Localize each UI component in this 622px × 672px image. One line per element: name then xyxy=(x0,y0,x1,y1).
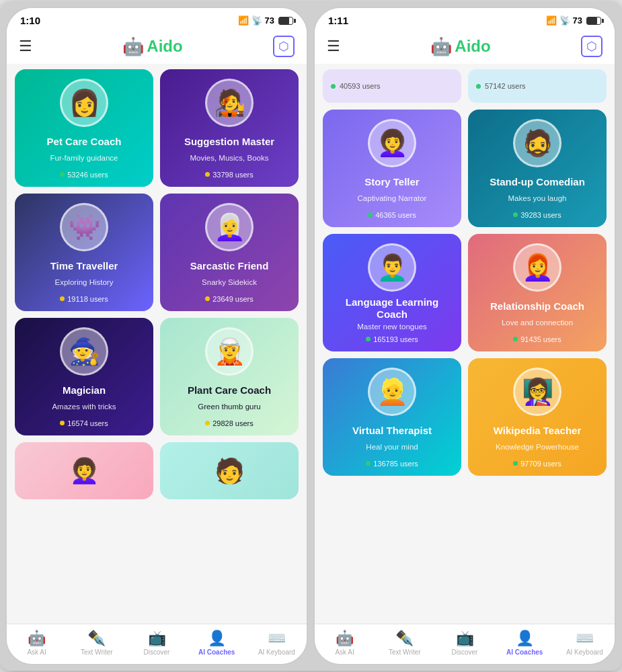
status-bar-right: 1:11 📶 📡 73 xyxy=(315,8,615,30)
coach-desc-time: Exploring History xyxy=(55,278,114,286)
nav-ai-coaches-label-right: AI Coaches xyxy=(506,648,543,656)
top-partial-card-1: 40593 users xyxy=(323,69,461,103)
nav-text-writer-icon-left: ✒️ xyxy=(87,630,106,647)
nav-ai-keyboard-label-right: AI Keyboard xyxy=(566,648,603,656)
nav-ask-ai-icon-left: 🤖 xyxy=(28,630,46,647)
coach-name-therapist: Virtual Therapist xyxy=(352,425,432,437)
coach-desc-suggestion: Movies, Musics, Books xyxy=(190,154,269,162)
top-partial-right: 40593 users 57142 users xyxy=(323,69,607,103)
nav-ai-keyboard-left[interactable]: ⌨️ AI Keyboard xyxy=(247,630,307,656)
coach-name-comedian: Stand-up Comedian xyxy=(490,176,585,188)
logo-right: 🤖 Aido xyxy=(430,36,490,57)
coach-card-sarcastic[interactable]: 👩‍🦳 Sarcastic Friend Snarky Sidekick 236… xyxy=(160,194,299,311)
dot-sarcastic xyxy=(205,296,210,301)
partial-row-left: 👩‍🦱 🧑 xyxy=(15,442,299,499)
nav-ask-ai-left[interactable]: 🤖 Ask AI xyxy=(7,630,67,656)
coach-avatar-language: 👨‍🦱 xyxy=(368,243,416,292)
menu-button-left[interactable]: ☰ xyxy=(19,38,32,55)
coach-card-suggestion[interactable]: 🧑‍🎤 Suggestion Master Movies, Musics, Bo… xyxy=(160,69,299,187)
nav-discover-icon-left: 📺 xyxy=(148,630,166,647)
nav-ask-ai-label-right: Ask AI xyxy=(335,648,354,656)
nav-text-writer-left[interactable]: ✒️ Text Writer xyxy=(67,630,126,656)
signal-icon: 📶 xyxy=(238,15,249,26)
nav-text-writer-right[interactable]: ✒️ Text Writer xyxy=(375,630,434,656)
status-icons-right: 📶 📡 73 xyxy=(546,15,601,26)
nav-ai-keyboard-right[interactable]: ⌨️ AI Keyboard xyxy=(555,630,615,656)
top-users-1: 40593 users xyxy=(340,82,381,90)
time-right: 1:11 xyxy=(328,15,348,26)
partial-card-2[interactable]: 🧑 xyxy=(160,442,299,499)
battery-icon-right xyxy=(586,17,601,25)
coach-card-story[interactable]: 👩‍🦱 Story Teller Captivating Narrator 46… xyxy=(323,110,461,227)
nav-discover-left[interactable]: 📺 Discover xyxy=(126,630,186,656)
coach-avatar-therapist: 👱 xyxy=(368,368,416,416)
dot-wikipedia xyxy=(513,461,518,466)
coach-card-pet-care[interactable]: 👩 Pet Care Coach Fur-family guidance 532… xyxy=(15,69,153,187)
coach-name-pet-care: Pet Care Coach xyxy=(47,136,122,148)
logo-icon-left: 🤖 xyxy=(122,36,144,57)
coach-desc-plant: Green thumb guru xyxy=(198,403,260,411)
nav-ai-coaches-right[interactable]: 👤 AI Coaches xyxy=(495,630,555,656)
dot-story xyxy=(368,212,373,217)
nav-discover-right[interactable]: 📺 Discover xyxy=(434,630,494,656)
bottom-nav-right: 🤖 Ask AI ✒️ Text Writer 📺 Discover 👤 AI … xyxy=(315,624,615,664)
top-users-2: 57142 users xyxy=(485,82,526,90)
top-partial-card-2: 57142 users xyxy=(468,69,607,103)
nav-discover-icon-right: 📺 xyxy=(456,630,474,647)
coach-desc-language: Master new tongues xyxy=(357,323,427,331)
nav-ai-coaches-label-left: AI Coaches xyxy=(198,648,235,656)
dot-language xyxy=(366,337,371,341)
dot-comedian xyxy=(513,212,518,217)
right-phone: 1:11 📶 📡 73 ☰ 🤖 Aido ⬡ 40593 us xyxy=(313,7,616,665)
coach-name-suggestion: Suggestion Master xyxy=(184,136,274,148)
coach-card-magician[interactable]: 🧙 Magician Amazes with tricks 16574 user… xyxy=(15,318,153,435)
coach-avatar-sarcastic: 👩‍🦳 xyxy=(205,203,254,251)
coach-card-therapist[interactable]: 👱 Virtual Therapist Heal your mind 13678… xyxy=(323,358,461,476)
coaches-grid-left: 👩 Pet Care Coach Fur-family guidance 532… xyxy=(7,64,307,624)
coach-name-plant: Plant Care Coach xyxy=(188,384,271,396)
coach-users-wikipedia: 97709 users xyxy=(513,460,561,468)
battery-icon xyxy=(278,17,293,25)
dot-therapist xyxy=(366,461,371,466)
coach-avatar-time: 👾 xyxy=(60,203,108,251)
grid-right: 👩‍🦱 Story Teller Captivating Narrator 46… xyxy=(323,110,607,476)
coach-avatar-pet-care: 👩 xyxy=(60,79,108,127)
coach-name-time: Time Traveller xyxy=(50,260,118,272)
dice-icon-right[interactable]: ⬡ xyxy=(581,36,602,57)
coach-desc-magician: Amazes with tricks xyxy=(52,403,116,411)
partial-card-1[interactable]: 👩‍🦱 xyxy=(15,442,153,499)
left-phone: 1:10 📶 📡 73 ☰ 🤖 Aido ⬡ 👩 Pet xyxy=(5,7,308,665)
coach-users-time: 19118 users xyxy=(60,295,108,303)
nav-ai-coaches-left[interactable]: 👤 AI Coaches xyxy=(187,630,247,656)
coach-card-wikipedia[interactable]: 👩‍🏫 Wikipedia Teacher Knowledge Powerhou… xyxy=(468,358,607,476)
coach-card-comedian[interactable]: 🧔 Stand-up Comedian Makes you laugh 3928… xyxy=(468,110,607,227)
nav-ai-coaches-icon-right: 👤 xyxy=(516,630,534,647)
coach-card-relationship[interactable]: 👩‍🦰 Relationship Coach Love and connecti… xyxy=(468,234,607,351)
nav-ai-keyboard-label-left: AI Keyboard xyxy=(258,648,295,656)
dot-top-2 xyxy=(476,84,481,89)
nav-ai-keyboard-icon-right: ⌨️ xyxy=(576,630,594,647)
coach-avatar-magician: 🧙 xyxy=(60,327,108,376)
coach-avatar-comedian: 🧔 xyxy=(513,119,561,167)
coach-card-plant[interactable]: 🧝 Plant Care Coach Green thumb guru 2982… xyxy=(160,318,299,435)
status-bar-left: 1:10 📶 📡 73 xyxy=(7,8,307,30)
coach-users-language: 165193 users xyxy=(366,335,418,343)
status-icons-left: 📶 📡 73 xyxy=(238,15,293,26)
battery-label: 73 xyxy=(265,15,274,26)
battery-label-right: 73 xyxy=(573,15,582,26)
coach-users-sarcastic: 23649 users xyxy=(205,295,254,303)
grid-left: 👩 Pet Care Coach Fur-family guidance 532… xyxy=(15,69,299,435)
nav-ask-ai-label-left: Ask AI xyxy=(27,648,46,656)
dot-top-1 xyxy=(331,84,336,89)
dice-icon-left[interactable]: ⬡ xyxy=(273,36,295,57)
coach-users-pet-care: 53246 users xyxy=(60,171,108,179)
coach-card-language[interactable]: 👨‍🦱 Language Learning Coach Master new t… xyxy=(323,234,461,351)
coach-users-comedian: 39283 users xyxy=(513,211,561,219)
nav-ask-ai-right[interactable]: 🤖 Ask AI xyxy=(315,630,375,656)
coach-avatar-story: 👩‍🦱 xyxy=(368,119,416,167)
coach-card-time[interactable]: 👾 Time Traveller Exploring History 19118… xyxy=(15,194,153,311)
menu-button-right[interactable]: ☰ xyxy=(327,38,340,55)
bottom-nav-left: 🤖 Ask AI ✒️ Text Writer 📺 Discover 👤 AI … xyxy=(7,624,307,664)
coach-name-sarcastic: Sarcastic Friend xyxy=(190,260,269,272)
dot-suggestion xyxy=(205,172,210,177)
